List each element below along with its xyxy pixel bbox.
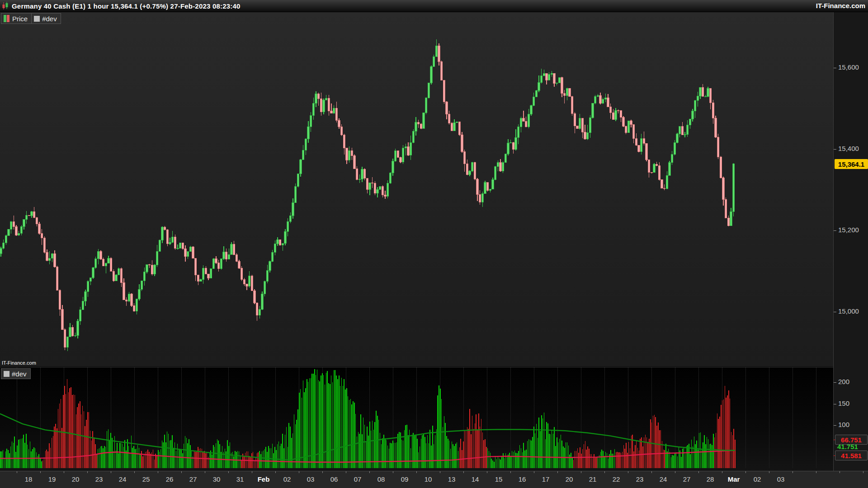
dev-tick-label: 200 [838,378,849,385]
time-axis-tick [275,471,276,473]
time-axis[interactable]: 18192023242526273031Feb02030607080910131… [0,471,868,488]
time-axis-tick [816,471,816,473]
dev-panel-legend: #dev [1,368,31,379]
title-bar: Germany 40 Cash (E1) 1 hour 15,364.1 (+0… [0,0,868,12]
price-tick-dash [834,68,836,68]
time-axis-label: 31 [236,475,244,483]
time-axis-tick [863,471,863,473]
time-axis-label: 15 [495,475,503,483]
dev-histogram-canvas[interactable] [0,367,833,471]
brand-label: IT-Finance.com [816,2,865,9]
time-axis-label: 25 [142,475,150,483]
time-axis-tick [393,471,393,473]
time-axis-tick [111,471,111,473]
time-axis-label: 03 [777,475,785,483]
time-axis-tick [581,471,581,473]
time-axis-label: 19 [48,475,56,483]
dev-tick-dash [834,425,836,426]
dev-tick-dash [834,404,836,404]
legend-dev-label: #dev [42,15,57,23]
trading-app-window: Germany 40 Cash (E1) 1 hour 15,364.1 (+0… [0,0,868,488]
time-axis-tick [134,471,135,473]
price-tick-dash [834,149,836,150]
time-axis-label: 24 [660,475,667,483]
dev-tick-dash [834,382,836,383]
price-tick-label: 15,400 [838,145,859,152]
time-axis-tick [17,471,17,473]
time-axis-label: 13 [448,475,456,483]
time-axis-tick [534,471,534,473]
time-axis-label: 14 [472,475,479,483]
price-tick-label: 15,600 [838,63,859,71]
price-axis-column[interactable]: 15,60015,40015,20015,00015,364.120015010… [833,12,868,471]
time-axis-tick [252,471,252,473]
time-axis-label: 24 [119,475,127,483]
time-axis-tick [181,471,182,473]
time-axis-tick [510,471,511,473]
time-axis-tick [698,471,699,473]
candles-icon [4,15,10,22]
chart-title: Germany 40 Cash (E1) 1 hour 15,364.1 (+0… [12,2,241,10]
time-axis-tick [40,471,41,473]
time-axis-tick [440,471,440,473]
time-axis-label: 30 [213,475,221,483]
time-axis-tick [322,471,323,473]
time-axis-label: Feb [258,475,270,483]
legend-price-label: Price [12,15,28,23]
time-axis-label: 02 [754,475,761,483]
time-axis-tick [346,471,346,473]
legend-chip-price[interactable]: Price [1,13,32,24]
candlestick-logo-icon [2,2,9,10]
time-axis-tick [793,471,793,473]
time-axis-label: 23 [95,475,103,483]
time-axis-tick [299,471,299,473]
time-axis-tick [87,471,88,473]
price-panel: Price #dev IT-Finance.com [0,12,833,367]
time-axis-tick [158,471,158,473]
time-axis-label: 22 [613,475,620,483]
time-axis-tick [205,471,205,473]
square-icon [4,371,9,377]
time-axis-tick [604,471,605,473]
time-axis-label: 09 [401,475,409,483]
time-axis-tick [487,471,487,473]
price-tick-label: 15,000 [838,307,859,315]
time-axis-tick [628,471,628,473]
time-axis-tick [228,471,229,473]
dev-value-badge: 41.581 [835,450,868,460]
time-axis-label: 03 [307,475,315,483]
time-axis-tick [769,471,769,473]
time-axis-label: 27 [683,475,691,483]
square-icon [34,16,40,22]
dev-tick-label: 100 [838,421,849,428]
time-axis-label: 27 [189,475,197,483]
time-axis-label: 20 [566,475,573,483]
time-axis-label: 07 [354,475,362,483]
time-axis-label: 17 [542,475,550,483]
dev-indicator-panel: #dev [0,367,833,471]
time-axis-tick [557,471,558,473]
last-price-badge: 15,364.1 [835,159,868,169]
time-axis-label: 20 [72,475,80,483]
time-axis-tick [369,471,370,473]
dev-value-badge: 66.751 [835,435,868,445]
legend-dev2-label: #dev [12,370,27,378]
time-axis-label: 28 [707,475,714,483]
price-chart-canvas[interactable] [0,12,833,367]
time-axis-tick [64,471,64,473]
price-tick-dash [834,312,836,312]
time-axis-label: 06 [330,475,338,483]
time-axis-tick [651,471,652,473]
time-axis-label: 02 [283,475,291,483]
price-tick-dash [834,230,836,231]
time-axis-label: 18 [25,475,33,483]
legend-chip-dev[interactable]: #dev [32,13,61,24]
price-panel-legend: Price #dev [1,13,61,24]
time-axis-label: 08 [377,475,385,483]
time-axis-tick [840,471,840,473]
time-axis-tick [745,471,746,473]
time-axis-tick [416,471,417,473]
time-axis-label: 10 [425,475,432,483]
legend-chip-dev2[interactable]: #dev [1,368,31,379]
time-axis-label: Mar [728,475,740,483]
